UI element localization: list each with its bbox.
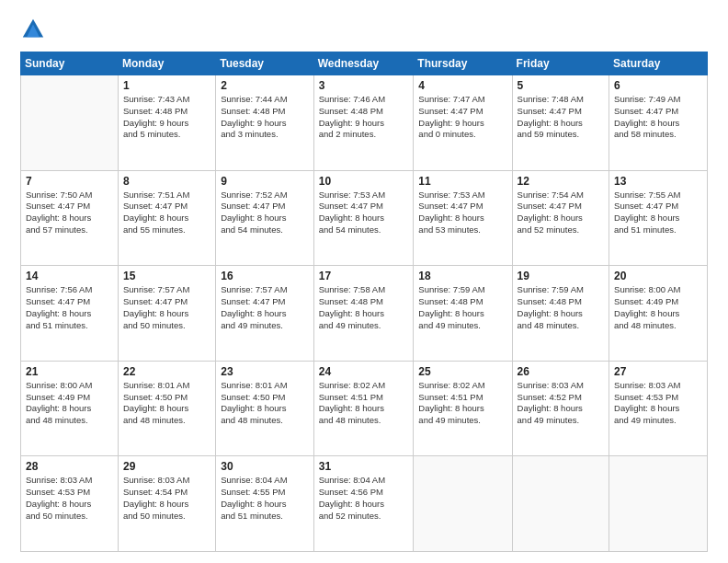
day-number: 25 (418, 365, 506, 378)
logo-icon (20, 17, 46, 42)
calendar-cell: 5Sunrise: 7:48 AM Sunset: 4:47 PM Daylig… (512, 75, 609, 171)
calendar-cell: 23Sunrise: 8:01 AM Sunset: 4:50 PM Dayli… (216, 361, 314, 456)
day-info: Sunrise: 7:43 AM Sunset: 4:48 PM Dayligh… (123, 94, 210, 141)
col-header-monday: Monday (118, 52, 215, 75)
calendar-cell: 29Sunrise: 8:03 AM Sunset: 4:54 PM Dayli… (118, 456, 215, 552)
day-info: Sunrise: 7:55 AM Sunset: 4:47 PM Dayligh… (614, 190, 702, 236)
day-number: 23 (221, 365, 309, 378)
day-info: Sunrise: 7:50 AM Sunset: 4:47 PM Dayligh… (26, 190, 113, 236)
col-header-sunday: Sunday (21, 52, 119, 75)
day-number: 9 (221, 175, 309, 188)
calendar-week-row: 28Sunrise: 8:03 AM Sunset: 4:53 PM Dayli… (21, 456, 708, 552)
page: SundayMondayTuesdayWednesdayThursdayFrid… (0, 0, 728, 563)
calendar-cell: 7Sunrise: 7:50 AM Sunset: 4:47 PM Daylig… (21, 170, 119, 266)
day-info: Sunrise: 7:54 AM Sunset: 4:47 PM Dayligh… (518, 190, 604, 236)
day-info: Sunrise: 7:58 AM Sunset: 4:48 PM Dayligh… (319, 284, 409, 331)
day-info: Sunrise: 7:49 AM Sunset: 4:47 PM Dayligh… (614, 94, 702, 141)
calendar-cell: 10Sunrise: 7:53 AM Sunset: 4:47 PM Dayli… (313, 170, 414, 266)
calendar-cell: 8Sunrise: 7:51 AM Sunset: 4:47 PM Daylig… (118, 170, 215, 266)
calendar-week-row: 21Sunrise: 8:00 AM Sunset: 4:49 PM Dayli… (21, 361, 708, 456)
day-number: 15 (123, 270, 210, 282)
day-number: 4 (418, 79, 506, 92)
day-number: 6 (614, 79, 702, 92)
calendar-cell: 25Sunrise: 8:02 AM Sunset: 4:51 PM Dayli… (414, 361, 512, 456)
day-number: 13 (614, 175, 702, 188)
calendar-cell: 12Sunrise: 7:54 AM Sunset: 4:47 PM Dayli… (512, 170, 609, 266)
day-info: Sunrise: 7:56 AM Sunset: 4:47 PM Dayligh… (26, 284, 113, 331)
day-number: 7 (26, 175, 113, 188)
calendar-cell: 28Sunrise: 8:03 AM Sunset: 4:53 PM Dayli… (21, 456, 119, 552)
calendar-cell (609, 456, 708, 552)
day-info: Sunrise: 8:04 AM Sunset: 4:55 PM Dayligh… (221, 475, 309, 522)
calendar-cell: 9Sunrise: 7:52 AM Sunset: 4:47 PM Daylig… (216, 170, 314, 266)
calendar-cell: 18Sunrise: 7:59 AM Sunset: 4:48 PM Dayli… (414, 266, 512, 362)
calendar-table: SundayMondayTuesdayWednesdayThursdayFrid… (20, 52, 708, 552)
day-number: 22 (123, 365, 210, 378)
day-info: Sunrise: 8:03 AM Sunset: 4:53 PM Dayligh… (614, 380, 702, 427)
day-number: 1 (123, 79, 210, 92)
day-info: Sunrise: 7:53 AM Sunset: 4:47 PM Dayligh… (319, 190, 409, 236)
calendar-cell (414, 456, 512, 552)
day-info: Sunrise: 7:59 AM Sunset: 4:48 PM Dayligh… (518, 284, 604, 331)
day-info: Sunrise: 7:47 AM Sunset: 4:47 PM Dayligh… (418, 94, 506, 141)
day-number: 12 (518, 175, 604, 188)
day-number: 26 (518, 365, 604, 378)
day-number: 28 (26, 460, 113, 473)
day-number: 29 (123, 460, 210, 473)
day-number: 5 (518, 79, 604, 92)
day-info: Sunrise: 8:00 AM Sunset: 4:49 PM Dayligh… (614, 284, 702, 331)
header-row: SundayMondayTuesdayWednesdayThursdayFrid… (21, 52, 708, 75)
calendar-cell: 6Sunrise: 7:49 AM Sunset: 4:47 PM Daylig… (609, 75, 708, 171)
day-info: Sunrise: 8:02 AM Sunset: 4:51 PM Dayligh… (319, 380, 409, 427)
calendar-cell: 4Sunrise: 7:47 AM Sunset: 4:47 PM Daylig… (414, 75, 512, 171)
calendar-cell: 22Sunrise: 8:01 AM Sunset: 4:50 PM Dayli… (118, 361, 215, 456)
day-info: Sunrise: 7:46 AM Sunset: 4:48 PM Dayligh… (319, 94, 409, 141)
day-number: 10 (319, 175, 409, 188)
day-number: 8 (123, 175, 210, 188)
day-number: 21 (26, 365, 113, 378)
calendar-week-row: 7Sunrise: 7:50 AM Sunset: 4:47 PM Daylig… (21, 170, 708, 266)
day-number: 2 (221, 79, 309, 92)
calendar-cell: 19Sunrise: 7:59 AM Sunset: 4:48 PM Dayli… (512, 266, 609, 362)
col-header-thursday: Thursday (414, 52, 512, 75)
day-info: Sunrise: 8:01 AM Sunset: 4:50 PM Dayligh… (123, 380, 210, 427)
day-info: Sunrise: 7:53 AM Sunset: 4:47 PM Dayligh… (418, 190, 506, 236)
col-header-tuesday: Tuesday (216, 52, 314, 75)
calendar-cell: 1Sunrise: 7:43 AM Sunset: 4:48 PM Daylig… (118, 75, 215, 171)
col-header-friday: Friday (512, 52, 609, 75)
calendar-cell: 3Sunrise: 7:46 AM Sunset: 4:48 PM Daylig… (313, 75, 414, 171)
day-info: Sunrise: 8:03 AM Sunset: 4:53 PM Dayligh… (26, 475, 113, 522)
day-number: 3 (319, 79, 409, 92)
calendar-week-row: 14Sunrise: 7:56 AM Sunset: 4:47 PM Dayli… (21, 266, 708, 362)
day-info: Sunrise: 8:04 AM Sunset: 4:56 PM Dayligh… (319, 475, 409, 522)
day-number: 27 (614, 365, 702, 378)
day-number: 31 (319, 460, 409, 473)
day-info: Sunrise: 7:57 AM Sunset: 4:47 PM Dayligh… (221, 284, 309, 331)
header (20, 17, 708, 42)
calendar-cell (512, 456, 609, 552)
day-number: 30 (221, 460, 309, 473)
calendar-cell (21, 75, 119, 171)
day-info: Sunrise: 8:00 AM Sunset: 4:49 PM Dayligh… (26, 380, 113, 427)
day-info: Sunrise: 7:44 AM Sunset: 4:48 PM Dayligh… (221, 94, 309, 141)
day-info: Sunrise: 7:48 AM Sunset: 4:47 PM Dayligh… (518, 94, 604, 141)
col-header-saturday: Saturday (609, 52, 708, 75)
day-info: Sunrise: 8:02 AM Sunset: 4:51 PM Dayligh… (418, 380, 506, 427)
day-info: Sunrise: 8:03 AM Sunset: 4:54 PM Dayligh… (123, 475, 210, 522)
calendar-cell: 16Sunrise: 7:57 AM Sunset: 4:47 PM Dayli… (216, 266, 314, 362)
calendar-cell: 21Sunrise: 8:00 AM Sunset: 4:49 PM Dayli… (21, 361, 119, 456)
calendar-cell: 20Sunrise: 8:00 AM Sunset: 4:49 PM Dayli… (609, 266, 708, 362)
calendar-week-row: 1Sunrise: 7:43 AM Sunset: 4:48 PM Daylig… (21, 75, 708, 171)
day-number: 11 (418, 175, 506, 188)
calendar-cell: 2Sunrise: 7:44 AM Sunset: 4:48 PM Daylig… (216, 75, 314, 171)
day-info: Sunrise: 7:57 AM Sunset: 4:47 PM Dayligh… (123, 284, 210, 331)
calendar-cell: 14Sunrise: 7:56 AM Sunset: 4:47 PM Dayli… (21, 266, 119, 362)
calendar-cell: 15Sunrise: 7:57 AM Sunset: 4:47 PM Dayli… (118, 266, 215, 362)
calendar-cell: 31Sunrise: 8:04 AM Sunset: 4:56 PM Dayli… (313, 456, 414, 552)
calendar-cell: 26Sunrise: 8:03 AM Sunset: 4:52 PM Dayli… (512, 361, 609, 456)
day-info: Sunrise: 7:51 AM Sunset: 4:47 PM Dayligh… (123, 190, 210, 236)
day-info: Sunrise: 8:01 AM Sunset: 4:50 PM Dayligh… (221, 380, 309, 427)
logo (20, 17, 50, 42)
calendar-cell: 11Sunrise: 7:53 AM Sunset: 4:47 PM Dayli… (414, 170, 512, 266)
day-number: 24 (319, 365, 409, 378)
